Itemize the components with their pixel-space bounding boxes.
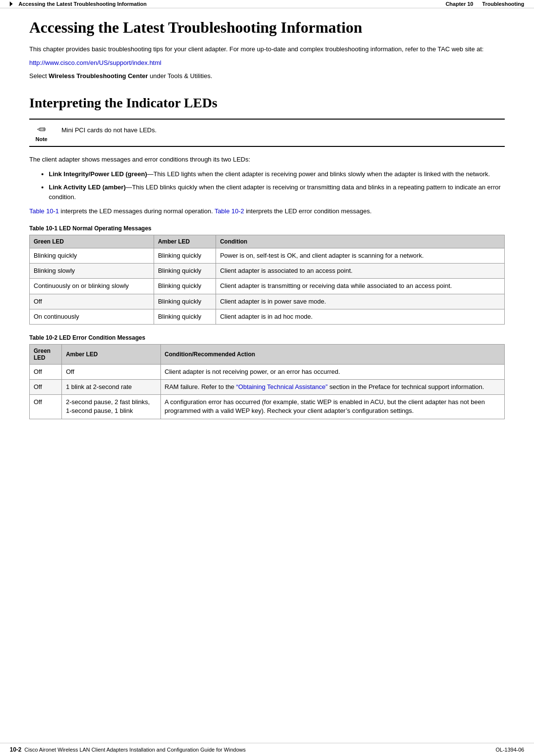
bullet2-bold: Link Activity LED (amber) bbox=[49, 184, 126, 191]
breadcrumb-text: Accessing the Latest Troubleshooting Inf… bbox=[19, 1, 147, 7]
tac-link[interactable]: http://www.cisco.com/en/US/support/index… bbox=[29, 59, 161, 66]
led-intro-text: The client adapter shows messages and er… bbox=[29, 155, 505, 164]
table-cell: RAM failure. Refer to the “Obtaining Tec… bbox=[160, 380, 504, 395]
table-cell: Off bbox=[30, 380, 62, 395]
intro-paragraph: This chapter provides basic troubleshoot… bbox=[29, 44, 505, 54]
pencil-icon: ✏ bbox=[37, 123, 46, 136]
table-row: Off2-second pause, 2 fast blinks, 1-seco… bbox=[30, 395, 505, 419]
table-row: Blinking quicklyBlinking quicklyPower is… bbox=[30, 248, 505, 263]
table1-col3-header: Condition bbox=[216, 235, 505, 248]
breadcrumb: Accessing the Latest Troubleshooting Inf… bbox=[10, 1, 446, 7]
table-cell: Off bbox=[62, 364, 160, 379]
table-cell: Power is on, self-test is OK, and client… bbox=[216, 248, 505, 263]
table2: Green LED Amber LED Condition/Recommende… bbox=[29, 344, 505, 419]
table2-col1-header: Green LED bbox=[30, 344, 62, 364]
table-cell: On continuously bbox=[30, 309, 154, 324]
note-label: Note bbox=[36, 136, 47, 142]
obtaining-assistance-link[interactable]: “Obtaining Technical Assistance” bbox=[236, 383, 328, 390]
table-cell: Off bbox=[30, 364, 62, 379]
list-item: Link Activity LED (amber)—This LED blink… bbox=[49, 183, 505, 202]
chapter-info: Chapter 10 Troubleshooting bbox=[446, 1, 524, 7]
table-row: OffOffClient adapter is not receiving po… bbox=[30, 364, 505, 379]
table1-col2-header: Amber LED bbox=[154, 235, 216, 248]
table-cell: 1 blink at 2-second rate bbox=[62, 380, 160, 395]
table1-col1-header: Green LED bbox=[30, 235, 154, 248]
top-bar: Accessing the Latest Troubleshooting Inf… bbox=[0, 0, 534, 8]
table-row: Off1 blink at 2-second rateRAM failure. … bbox=[30, 380, 505, 395]
main-content: Accessing the Latest Troubleshooting Inf… bbox=[0, 8, 534, 458]
table-cell: Client adapter is in ad hoc mode. bbox=[216, 309, 505, 324]
chapter-title: Troubleshooting bbox=[482, 1, 524, 7]
page-title: Accessing the Latest Troubleshooting Inf… bbox=[29, 18, 505, 37]
table-ref-text2: interprets the LED messages during norma… bbox=[59, 207, 215, 215]
note-icon-area: ✏ Note bbox=[29, 123, 54, 142]
table-cell: Blinking quickly bbox=[154, 264, 216, 279]
table-cell: A configuration error has occurred (for … bbox=[160, 395, 504, 419]
table-row: Blinking slowlyBlinking quicklyClient ad… bbox=[30, 264, 505, 279]
table-ref-paragraph: Table 10-1 interprets the LED messages d… bbox=[29, 206, 505, 216]
table-row: OffBlinking quicklyClient adapter is in … bbox=[30, 294, 505, 309]
select-suffix: under Tools & Utilities. bbox=[148, 72, 212, 80]
list-item: Link Integrity/Power LED (green)—This LE… bbox=[49, 169, 505, 179]
page-number: 10-2 bbox=[10, 746, 21, 753]
tac-link-line: http://www.cisco.com/en/US/support/index… bbox=[29, 58, 505, 68]
table2-caption: Table 10-2 LED Error Condition Messages bbox=[29, 334, 505, 341]
table2-col3-header: Condition/Recommended Action bbox=[160, 344, 504, 364]
table-ref-text4: interprets the LED error condition messa… bbox=[244, 207, 372, 215]
chapter-label: Chapter 10 bbox=[446, 1, 474, 7]
table-cell: Off bbox=[30, 395, 62, 419]
table-cell: 2-second pause, 2 fast blinks, 1-second … bbox=[62, 395, 160, 419]
table-cell: Blinking quickly bbox=[154, 294, 216, 309]
table-cell: Blinking slowly bbox=[30, 264, 154, 279]
select-text-line: Select Wireless Troubleshooting Center u… bbox=[29, 71, 505, 81]
bottom-doc-code: OL-1394-06 bbox=[495, 747, 524, 753]
table-cell: Blinking quickly bbox=[154, 248, 216, 263]
bottom-bar: 10-2 Cisco Aironet Wireless LAN Client A… bbox=[0, 743, 534, 756]
section2-title: Interpreting the Indicator LEDs bbox=[29, 95, 505, 111]
table-cell: Continuously on or blinking slowly bbox=[30, 279, 154, 294]
bullet1-bold: Link Integrity/Power LED (green) bbox=[49, 170, 147, 178]
table-cell: Client adapter is transmitting or receiv… bbox=[216, 279, 505, 294]
table-cell: Client adapter is associated to an acces… bbox=[216, 264, 505, 279]
table-row: On continuouslyBlinking quicklyClient ad… bbox=[30, 309, 505, 324]
table-cell: Blinking quickly bbox=[154, 309, 216, 324]
table2-ref-link[interactable]: Table 10-2 bbox=[215, 207, 244, 215]
table1-header-row: Green LED Amber LED Condition bbox=[30, 235, 505, 248]
arrow-right-icon bbox=[10, 1, 13, 6]
table-cell: Client adapter is not receiving power, o… bbox=[160, 364, 504, 379]
table-row: Continuously on or blinking slowlyBlinki… bbox=[30, 279, 505, 294]
note-text: Mini PCI cards do not have LEDs. bbox=[61, 123, 157, 135]
intro-text: This chapter provides basic troubleshoot… bbox=[29, 45, 484, 53]
note-box: ✏ Note Mini PCI cards do not have LEDs. bbox=[29, 119, 505, 147]
table2-col2-header: Amber LED bbox=[62, 344, 160, 364]
table2-header-row: Green LED Amber LED Condition/Recommende… bbox=[30, 344, 505, 364]
table1-ref-link[interactable]: Table 10-1 bbox=[29, 207, 59, 215]
table-cell: Client adapter is in power save mode. bbox=[216, 294, 505, 309]
table-cell: Blinking quickly bbox=[154, 279, 216, 294]
select-prefix: Select bbox=[29, 72, 49, 80]
led-bullet-list: Link Integrity/Power LED (green)—This LE… bbox=[49, 169, 505, 202]
table1-caption: Table 10-1 LED Normal Operating Messages bbox=[29, 225, 505, 232]
bottom-left: 10-2 Cisco Aironet Wireless LAN Client A… bbox=[10, 746, 246, 753]
table1: Green LED Amber LED Condition Blinking q… bbox=[29, 235, 505, 325]
select-bold: Wireless Troubleshooting Center bbox=[49, 72, 148, 80]
bottom-doc-title: Cisco Aironet Wireless LAN Client Adapte… bbox=[24, 747, 246, 753]
bullet1-text: —This LED lights when the client adapter… bbox=[147, 170, 490, 178]
table-cell: Blinking quickly bbox=[30, 248, 154, 263]
table-cell: Off bbox=[30, 294, 154, 309]
